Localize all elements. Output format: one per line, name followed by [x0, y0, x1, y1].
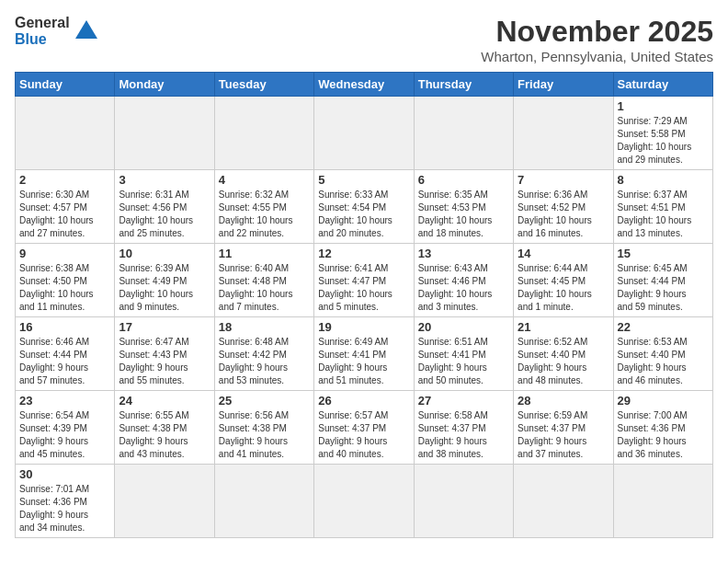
day-info: Sunrise: 6:41 AM Sunset: 4:47 PM Dayligh… — [318, 263, 392, 312]
day-info: Sunrise: 6:40 AM Sunset: 4:48 PM Dayligh… — [219, 263, 293, 312]
calendar-cell — [314, 97, 414, 170]
svg-marker-0 — [75, 20, 97, 39]
calendar-cell: 24Sunrise: 6:55 AM Sunset: 4:38 PM Dayli… — [115, 391, 214, 465]
day-info: Sunrise: 6:54 AM Sunset: 4:39 PM Dayligh… — [19, 410, 89, 459]
calendar-week-row: 9Sunrise: 6:38 AM Sunset: 4:50 PM Daylig… — [16, 244, 713, 317]
day-info: Sunrise: 6:52 AM Sunset: 4:40 PM Dayligh… — [518, 337, 587, 385]
calendar-cell: 20Sunrise: 6:51 AM Sunset: 4:41 PM Dayli… — [414, 317, 513, 391]
day-info: Sunrise: 6:45 AM Sunset: 4:44 PM Dayligh… — [618, 263, 688, 312]
calendar-cell: 1Sunrise: 7:29 AM Sunset: 5:58 PM Daylig… — [613, 97, 712, 170]
day-info: Sunrise: 6:32 AM Sunset: 4:55 PM Dayligh… — [219, 190, 293, 238]
day-number: 8 — [618, 173, 709, 187]
calendar-cell — [115, 465, 214, 538]
calendar-cell: 19Sunrise: 6:49 AM Sunset: 4:41 PM Dayli… — [314, 317, 414, 391]
col-header-tuesday: Tuesday — [214, 73, 313, 97]
day-info: Sunrise: 6:47 AM Sunset: 4:43 PM Dayligh… — [119, 337, 188, 385]
day-number: 22 — [618, 320, 709, 334]
page-header: General Blue November 2025 Wharton, Penn… — [15, 15, 713, 64]
day-info: Sunrise: 6:33 AM Sunset: 4:54 PM Dayligh… — [318, 190, 392, 238]
calendar-cell — [314, 465, 414, 538]
col-header-thursday: Thursday — [414, 73, 513, 97]
calendar-cell: 4Sunrise: 6:32 AM Sunset: 4:55 PM Daylig… — [214, 170, 313, 244]
day-number: 1 — [618, 99, 709, 113]
day-info: Sunrise: 6:35 AM Sunset: 4:53 PM Dayligh… — [418, 190, 493, 238]
calendar-cell: 3Sunrise: 6:31 AM Sunset: 4:56 PM Daylig… — [115, 170, 214, 244]
day-info: Sunrise: 6:49 AM Sunset: 4:41 PM Dayligh… — [318, 337, 388, 385]
calendar-cell: 30Sunrise: 7:01 AM Sunset: 4:36 PM Dayli… — [16, 465, 115, 538]
calendar-cell — [214, 97, 313, 170]
day-number: 15 — [618, 247, 709, 260]
day-info: Sunrise: 6:43 AM Sunset: 4:46 PM Dayligh… — [418, 263, 493, 312]
day-info: Sunrise: 6:51 AM Sunset: 4:41 PM Dayligh… — [418, 337, 488, 385]
day-number: 29 — [618, 394, 709, 408]
col-header-monday: Monday — [115, 73, 214, 97]
day-number: 9 — [19, 247, 110, 260]
calendar-cell: 28Sunrise: 6:59 AM Sunset: 4:37 PM Dayli… — [514, 391, 613, 465]
day-info: Sunrise: 7:01 AM Sunset: 4:36 PM Dayligh… — [19, 484, 89, 533]
day-info: Sunrise: 6:31 AM Sunset: 4:56 PM Dayligh… — [119, 190, 193, 238]
day-number: 24 — [119, 394, 210, 408]
calendar-cell: 11Sunrise: 6:40 AM Sunset: 4:48 PM Dayli… — [214, 244, 313, 317]
day-number: 14 — [518, 247, 609, 260]
day-number: 10 — [119, 247, 210, 260]
day-number: 23 — [19, 394, 110, 408]
day-number: 7 — [518, 173, 609, 187]
day-info: Sunrise: 6:57 AM Sunset: 4:37 PM Dayligh… — [318, 410, 388, 459]
calendar-week-row: 30Sunrise: 7:01 AM Sunset: 4:36 PM Dayli… — [16, 465, 713, 538]
day-number: 5 — [318, 173, 409, 187]
calendar-cell: 18Sunrise: 6:48 AM Sunset: 4:42 PM Dayli… — [214, 317, 313, 391]
logo-text-block: General Blue — [15, 15, 70, 48]
calendar-cell: 5Sunrise: 6:33 AM Sunset: 4:54 PM Daylig… — [314, 170, 414, 244]
calendar-week-row: 2Sunrise: 6:30 AM Sunset: 4:57 PM Daylig… — [16, 170, 713, 244]
calendar-cell: 15Sunrise: 6:45 AM Sunset: 4:44 PM Dayli… — [613, 244, 712, 317]
day-info: Sunrise: 7:00 AM Sunset: 4:36 PM Dayligh… — [618, 410, 688, 459]
logo-blue: Blue — [15, 31, 47, 47]
day-number: 20 — [418, 320, 509, 334]
calendar-cell: 16Sunrise: 6:46 AM Sunset: 4:44 PM Dayli… — [16, 317, 115, 391]
calendar-cell: 29Sunrise: 7:00 AM Sunset: 4:36 PM Dayli… — [613, 391, 712, 465]
logo-icon — [74, 18, 99, 48]
col-header-sunday: Sunday — [16, 73, 115, 97]
calendar-cell — [414, 97, 513, 170]
calendar-cell: 6Sunrise: 6:35 AM Sunset: 4:53 PM Daylig… — [414, 170, 513, 244]
day-number: 11 — [219, 247, 310, 260]
day-info: Sunrise: 6:44 AM Sunset: 4:45 PM Dayligh… — [518, 263, 592, 312]
day-info: Sunrise: 6:36 AM Sunset: 4:52 PM Dayligh… — [518, 190, 592, 238]
calendar-cell: 12Sunrise: 6:41 AM Sunset: 4:47 PM Dayli… — [314, 244, 414, 317]
day-number: 3 — [119, 173, 210, 187]
day-info: Sunrise: 6:55 AM Sunset: 4:38 PM Dayligh… — [119, 410, 188, 459]
col-header-saturday: Saturday — [613, 73, 712, 97]
calendar-cell: 9Sunrise: 6:38 AM Sunset: 4:50 PM Daylig… — [16, 244, 115, 317]
calendar-cell: 21Sunrise: 6:52 AM Sunset: 4:40 PM Dayli… — [514, 317, 613, 391]
calendar-cell: 25Sunrise: 6:56 AM Sunset: 4:38 PM Dayli… — [214, 391, 313, 465]
day-info: Sunrise: 6:38 AM Sunset: 4:50 PM Dayligh… — [19, 263, 94, 312]
calendar-week-row: 16Sunrise: 6:46 AM Sunset: 4:44 PM Dayli… — [16, 317, 713, 391]
day-number: 4 — [219, 173, 310, 187]
calendar-cell — [514, 465, 613, 538]
day-info: Sunrise: 6:37 AM Sunset: 4:51 PM Dayligh… — [618, 190, 692, 238]
calendar-cell — [214, 465, 313, 538]
calendar-week-row: 1Sunrise: 7:29 AM Sunset: 5:58 PM Daylig… — [16, 97, 713, 170]
calendar-cell — [613, 465, 712, 538]
calendar-cell — [16, 97, 115, 170]
calendar-week-row: 23Sunrise: 6:54 AM Sunset: 4:39 PM Dayli… — [16, 391, 713, 465]
day-number: 17 — [119, 320, 210, 334]
calendar-cell: 10Sunrise: 6:39 AM Sunset: 4:49 PM Dayli… — [115, 244, 214, 317]
col-header-wednesday: Wednesday — [314, 73, 414, 97]
logo: General Blue — [15, 15, 99, 48]
logo-general: General — [15, 15, 70, 30]
calendar-cell: 2Sunrise: 6:30 AM Sunset: 4:57 PM Daylig… — [16, 170, 115, 244]
day-info: Sunrise: 6:46 AM Sunset: 4:44 PM Dayligh… — [19, 337, 89, 385]
day-info: Sunrise: 6:53 AM Sunset: 4:40 PM Dayligh… — [618, 337, 688, 385]
calendar-header-row: SundayMondayTuesdayWednesdayThursdayFrid… — [16, 73, 713, 97]
calendar-cell: 27Sunrise: 6:58 AM Sunset: 4:37 PM Dayli… — [414, 391, 513, 465]
calendar-cell: 23Sunrise: 6:54 AM Sunset: 4:39 PM Dayli… — [16, 391, 115, 465]
calendar-cell: 13Sunrise: 6:43 AM Sunset: 4:46 PM Dayli… — [414, 244, 513, 317]
day-info: Sunrise: 6:56 AM Sunset: 4:38 PM Dayligh… — [219, 410, 289, 459]
calendar-cell: 17Sunrise: 6:47 AM Sunset: 4:43 PM Dayli… — [115, 317, 214, 391]
calendar-cell: 14Sunrise: 6:44 AM Sunset: 4:45 PM Dayli… — [514, 244, 613, 317]
day-number: 21 — [518, 320, 609, 334]
day-number: 30 — [19, 467, 110, 481]
calendar-cell — [115, 97, 214, 170]
title-area: November 2025 Wharton, Pennsylvania, Uni… — [481, 15, 713, 64]
